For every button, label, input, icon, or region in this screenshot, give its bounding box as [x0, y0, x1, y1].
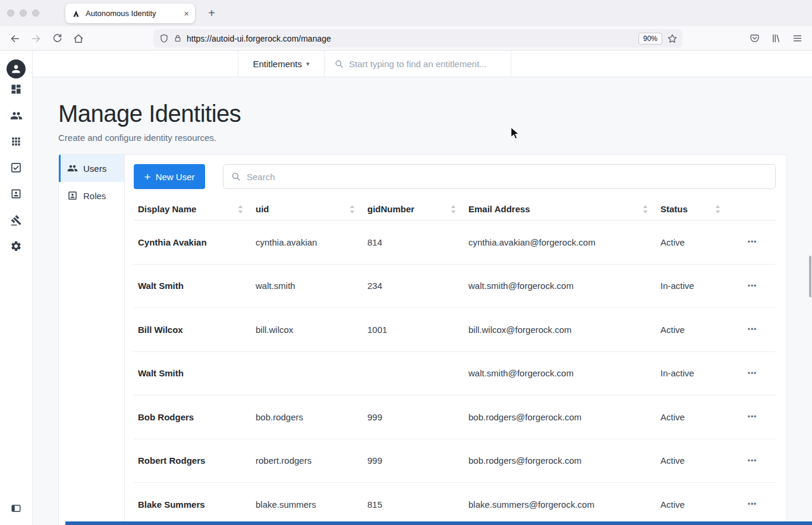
column-header[interactable]: Status [656, 204, 729, 214]
roles-tab-icon [67, 190, 78, 201]
cell-gidnumber: 815 [363, 499, 464, 510]
sort-icon[interactable] [238, 205, 243, 213]
window-zoom-button[interactable] [32, 10, 39, 17]
zoom-level-badge[interactable]: 90% [638, 33, 662, 45]
table-header-row: Display Name uid gidNumber Email Address… [134, 198, 776, 221]
hamburger-menu-icon [792, 33, 802, 43]
sidebar-item-dashboard[interactable] [5, 78, 27, 100]
library-button[interactable] [767, 30, 785, 47]
new-user-button[interactable]: + New User [134, 164, 205, 189]
table-search-input[interactable] [247, 172, 775, 182]
table-row: Cynthia Avakian cynthia.avakian 814 cynt… [134, 221, 776, 265]
browser-tab-bar: Autonomous Identity × + [0, 0, 812, 26]
sidebar-item-approvals[interactable] [5, 157, 27, 178]
column-header[interactable]: gidNumber [363, 204, 464, 214]
cell-status: In-active [656, 281, 729, 291]
cell-status: In-active [656, 368, 729, 378]
row-actions-button[interactable]: ••• [748, 325, 757, 334]
home-button[interactable] [70, 30, 87, 47]
cell-display-name: Blake Summers [134, 499, 251, 510]
search-icon [231, 172, 241, 181]
table-row: Bob Rodgers bob.rodgers 999 bob.rodgers@… [134, 395, 776, 439]
tab-roles[interactable]: Roles [59, 182, 124, 209]
lock-icon[interactable] [174, 34, 182, 43]
entitlement-search[interactable] [325, 51, 511, 77]
sidebar-item-rules[interactable] [5, 209, 27, 231]
sidebar-item-applications[interactable] [5, 131, 27, 152]
tab-users[interactable]: Users [59, 155, 124, 182]
chevron-down-icon: ▾ [306, 60, 310, 68]
row-actions-button[interactable]: ••• [748, 238, 757, 246]
browser-tab[interactable]: Autonomous Identity × [65, 4, 195, 23]
page-footer-edge [65, 521, 812, 525]
global-search-group: Entitlements ▾ [238, 51, 511, 77]
column-label: uid [256, 204, 269, 214]
forward-arrow-icon [31, 33, 42, 44]
scrollbar-thumb[interactable] [809, 256, 811, 297]
back-button[interactable] [6, 30, 23, 47]
gear-icon [10, 240, 22, 252]
cell-status: Active [656, 325, 729, 335]
cell-display-name: Walt Smith [134, 368, 251, 378]
entitlements-dropdown[interactable]: Entitlements ▾ [238, 51, 325, 77]
column-header[interactable]: Email Address [464, 204, 656, 214]
back-arrow-icon [10, 33, 20, 44]
row-actions-button[interactable]: ••• [748, 282, 757, 290]
cell-actions: ••• [729, 369, 776, 378]
close-tab-icon[interactable]: × [184, 9, 189, 18]
users-panel: + New User Display Name uid [124, 155, 786, 525]
sort-icon[interactable] [643, 205, 648, 213]
plus-icon: + [144, 171, 151, 183]
cell-display-name: Walt Smith [134, 281, 251, 291]
url-text[interactable]: https://autoid-ui.forgerock.com/manage [187, 34, 634, 43]
bookmark-star-icon[interactable] [667, 33, 678, 44]
table-search[interactable] [223, 164, 776, 189]
new-tab-button[interactable]: + [203, 5, 220, 21]
sort-icon[interactable] [451, 205, 456, 213]
cell-actions: ••• [729, 238, 776, 246]
url-bar[interactable]: https://autoid-ui.forgerock.com/manage 9… [153, 29, 682, 48]
cell-display-name: Bill Wilcox [134, 325, 251, 335]
column-header[interactable]: uid [251, 204, 363, 214]
row-actions-button[interactable]: ••• [748, 457, 757, 465]
tab-title: Autonomous Identity [86, 9, 179, 18]
cell-status: Active [656, 455, 729, 466]
cell-status: Active [656, 499, 729, 510]
pocket-button[interactable] [746, 30, 763, 47]
cell-email: cynthia.avakian@forgerock.com [464, 237, 656, 247]
search-icon [335, 59, 344, 68]
sidebar-item-directory[interactable] [5, 183, 27, 205]
row-actions-button[interactable]: ••• [748, 413, 757, 421]
table-row: Walt Smith walt.smith 234 walt.smith@for… [134, 265, 776, 309]
sidebar-item-settings[interactable] [5, 235, 27, 257]
reload-button[interactable] [49, 30, 66, 47]
entitlements-dropdown-label: Entitlements [253, 59, 302, 69]
shield-icon[interactable] [159, 34, 169, 43]
column-label: Email Address [468, 204, 530, 214]
users-table: Display Name uid gidNumber Email Address… [134, 198, 776, 525]
column-header[interactable]: Display Name [134, 204, 251, 214]
entitlement-search-input[interactable] [349, 59, 511, 69]
cell-email: bill.wilcox@forgerock.com [464, 325, 656, 335]
apps-grid-icon [10, 136, 22, 147]
sidebar-item-identities[interactable] [5, 105, 27, 126]
reload-icon [52, 33, 62, 43]
row-actions-button[interactable]: ••• [748, 369, 757, 378]
cell-email: bob.rodgers@forgerock.com [464, 455, 656, 466]
collapse-sidebar-toggle[interactable] [5, 498, 27, 519]
window-close-button[interactable] [7, 10, 14, 17]
window-minimize-button[interactable] [20, 10, 27, 17]
collapse-sidebar-icon [11, 503, 21, 514]
row-actions-button[interactable]: ••• [748, 500, 757, 508]
column-label: Status [660, 204, 688, 214]
sort-icon[interactable] [350, 205, 355, 213]
sort-icon[interactable] [715, 205, 720, 213]
contact-badge-icon [10, 188, 22, 200]
forward-button[interactable] [27, 30, 45, 47]
menu-button[interactable] [789, 30, 806, 47]
person-icon [10, 63, 22, 75]
user-avatar[interactable] [7, 59, 26, 78]
browser-window: Autonomous Identity × + https://autoid-u… [0, 0, 812, 525]
page-title: Manage Identities [58, 100, 812, 127]
tab-roles-label: Roles [83, 191, 106, 201]
